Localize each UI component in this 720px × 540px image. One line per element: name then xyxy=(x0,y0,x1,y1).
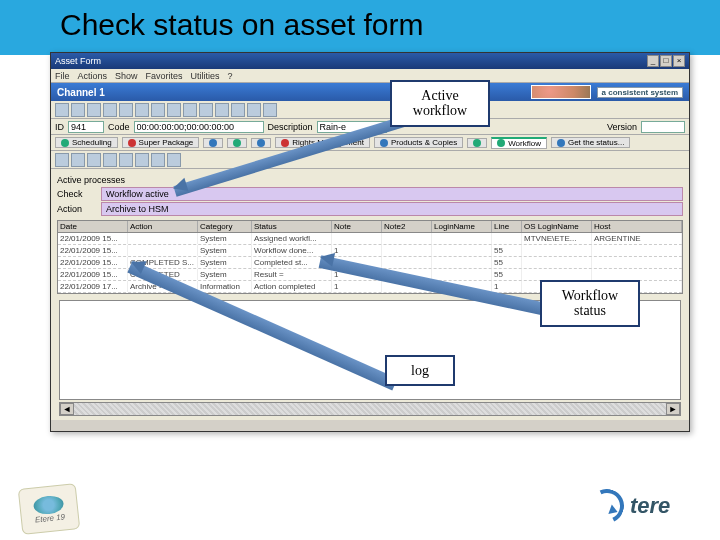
col-action[interactable]: Action xyxy=(128,221,198,232)
maximize-button[interactable]: □ xyxy=(660,55,672,67)
cell xyxy=(432,245,492,256)
toolbar-icon[interactable] xyxy=(103,103,117,117)
toolbar-icon[interactable] xyxy=(183,103,197,117)
col-line[interactable]: Line xyxy=(492,221,522,232)
cell xyxy=(382,233,432,244)
col-login[interactable]: LoginName xyxy=(432,221,492,232)
toolbar-icon[interactable] xyxy=(71,153,85,167)
menubar: File Actions Show Favorites Utilities ? xyxy=(51,69,689,83)
menu-file[interactable]: File xyxy=(55,71,70,81)
tab-products[interactable]: Products & Copies xyxy=(374,137,463,148)
cell: Result = xyxy=(252,269,332,280)
code-field[interactable] xyxy=(134,121,264,133)
col-host[interactable]: Host xyxy=(592,221,682,232)
cell xyxy=(432,257,492,268)
code-label: Code xyxy=(108,122,130,132)
tab-generic[interactable] xyxy=(251,138,271,148)
tab-generic[interactable] xyxy=(227,138,247,148)
window-titlebar: Asset Form _ □ × xyxy=(51,53,689,69)
col-category[interactable]: Category xyxy=(198,221,252,232)
etere-badge: Etere 19 xyxy=(18,483,80,535)
cell: System xyxy=(198,233,252,244)
toolbar-icon[interactable] xyxy=(103,153,117,167)
toolbar-icon[interactable] xyxy=(135,153,149,167)
toolbar-icon[interactable] xyxy=(55,103,69,117)
callout-log: log xyxy=(385,355,455,386)
toolbar-icon[interactable] xyxy=(231,103,245,117)
cell xyxy=(128,233,198,244)
cell xyxy=(432,269,492,280)
tab-generic[interactable] xyxy=(203,138,223,148)
cell: 22/01/2009 15... xyxy=(58,233,128,244)
cell: ARGENTINE xyxy=(592,233,682,244)
toolbar-icon[interactable] xyxy=(151,153,165,167)
toolbar-icon[interactable] xyxy=(119,153,133,167)
cell: Action completed xyxy=(252,281,332,292)
cell: Assigned workfl... xyxy=(252,233,332,244)
menu-actions[interactable]: Actions xyxy=(78,71,108,81)
toolbar-icon[interactable] xyxy=(55,153,69,167)
tab-super-package[interactable]: Super Package xyxy=(122,137,200,148)
cell xyxy=(332,233,382,244)
cell: MTVNE\ETE... xyxy=(522,233,592,244)
cell: 55 xyxy=(492,245,522,256)
scroll-track[interactable] xyxy=(74,403,666,415)
scroll-left-button[interactable]: ◄ xyxy=(60,403,74,415)
tab-status[interactable]: Get the status... xyxy=(551,137,630,148)
col-note2[interactable]: Note2 xyxy=(382,221,432,232)
id-label: ID xyxy=(55,122,64,132)
menu-favorites[interactable]: Favorites xyxy=(146,71,183,81)
cell: 22/01/2009 15... xyxy=(58,257,128,268)
col-oslogin[interactable]: OS LoginName xyxy=(522,221,592,232)
cell: System xyxy=(198,245,252,256)
toolbar-icon[interactable] xyxy=(247,103,261,117)
cell xyxy=(522,269,592,280)
cell xyxy=(522,257,592,268)
cell: 22/01/2009 15... xyxy=(58,245,128,256)
action-label: Action xyxy=(57,204,95,214)
toolbar-icon[interactable] xyxy=(167,103,181,117)
desc-label: Description xyxy=(268,122,313,132)
cell xyxy=(592,257,682,268)
toolbar-icon[interactable] xyxy=(87,153,101,167)
table-row[interactable]: 22/01/2009 15...SystemWorkflow done...15… xyxy=(58,245,682,257)
menu-help[interactable]: ? xyxy=(228,71,233,81)
toolbar-icon[interactable] xyxy=(263,103,277,117)
toolbar-icon[interactable] xyxy=(167,153,181,167)
toolbar-icon[interactable] xyxy=(71,103,85,117)
toolbar-icon[interactable] xyxy=(151,103,165,117)
toolbar-icon[interactable] xyxy=(215,103,229,117)
window-title: Asset Form xyxy=(55,56,101,66)
swirl-icon xyxy=(585,484,629,528)
menu-show[interactable]: Show xyxy=(115,71,138,81)
col-status[interactable]: Status xyxy=(252,221,332,232)
system-tagline: a consistent system xyxy=(597,87,683,98)
toolbar-icon[interactable] xyxy=(119,103,133,117)
tab-scheduling[interactable]: Scheduling xyxy=(55,137,118,148)
toolbar-icon[interactable] xyxy=(87,103,101,117)
brand-logo: tere xyxy=(590,486,690,526)
section-heading: Active processes xyxy=(57,175,683,185)
horizontal-scrollbar[interactable]: ◄ ► xyxy=(59,402,681,416)
callout-active-workflow: Active workflow xyxy=(390,80,490,127)
table-row[interactable]: 22/01/2009 15...SystemAssigned workfl...… xyxy=(58,233,682,245)
cell: Information xyxy=(198,281,252,292)
scroll-right-button[interactable]: ► xyxy=(666,403,680,415)
cell xyxy=(128,245,198,256)
col-note[interactable]: Note xyxy=(332,221,382,232)
toolbar-icon[interactable] xyxy=(135,103,149,117)
cell: 1 xyxy=(332,245,382,256)
id-field[interactable] xyxy=(68,121,104,133)
toolbar-icon[interactable] xyxy=(199,103,213,117)
cell xyxy=(492,233,522,244)
tab-workflow[interactable]: Workflow xyxy=(491,137,547,149)
close-button[interactable]: × xyxy=(673,55,685,67)
tab-generic[interactable] xyxy=(467,138,487,148)
version-label: Version xyxy=(607,122,637,132)
menu-utilities[interactable]: Utilities xyxy=(191,71,220,81)
cell: 22/01/2009 15... xyxy=(58,269,128,280)
version-field[interactable] xyxy=(641,121,685,133)
check-label: Check xyxy=(57,189,95,199)
col-date[interactable]: Date xyxy=(58,221,128,232)
minimize-button[interactable]: _ xyxy=(647,55,659,67)
